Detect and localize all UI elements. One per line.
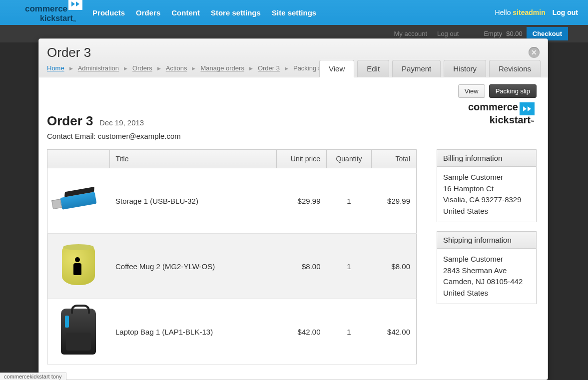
admin-topbar: commerce kickstart™ Products Orders Cont… — [0, 0, 588, 25]
primary-nav: Products Orders Content Store settings S… — [92, 8, 316, 17]
nav-products[interactable]: Products — [92, 8, 125, 17]
logo-icon — [68, 0, 82, 10]
modal-header: Order 3 ✕ Home▶ Administration▶ Orders▶ … — [39, 39, 548, 42]
nav-site-settings[interactable]: Site settings — [272, 8, 316, 17]
greeting: Hello siteadmin — [495, 8, 546, 16]
nav-content[interactable]: Content — [171, 8, 200, 17]
cart-empty-label: Empty — [484, 30, 502, 37]
username: siteadmin — [513, 8, 545, 16]
order-modal: Order 3 ✕ Home▶ Administration▶ Orders▶ … — [38, 38, 548, 42]
site-logo[interactable]: commerce kickstart™ — [25, 3, 82, 22]
cart-total: $0.00 — [506, 30, 523, 37]
logout-sub-link[interactable]: Log out — [437, 30, 459, 37]
logout-link[interactable]: Log out — [553, 8, 578, 16]
nav-store-settings[interactable]: Store settings — [211, 8, 261, 17]
my-account-link[interactable]: My account — [394, 30, 427, 37]
nav-orders[interactable]: Orders — [136, 8, 160, 17]
